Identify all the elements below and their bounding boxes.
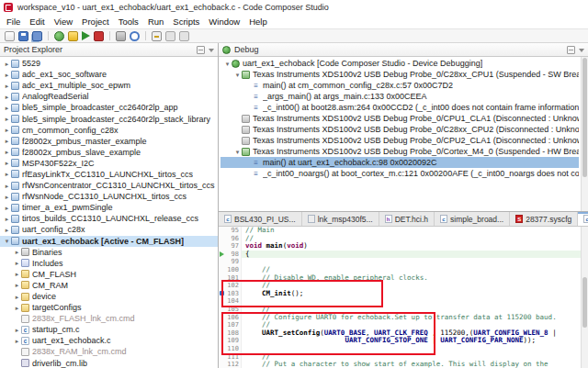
expander-icon[interactable]: ▸ [3,126,11,134]
run-icon[interactable] [82,31,90,40]
expander-icon[interactable]: ▸ [3,71,11,79]
expander-icon[interactable]: ▸ [3,115,11,123]
expander-icon[interactable]: ▸ [13,281,21,289]
debug-icon[interactable] [54,31,64,41]
gutter-ruler[interactable] [219,258,226,266]
expander-icon[interactable]: ▸ [13,326,21,334]
gutter-ruler[interactable] [219,353,226,362]
line-number[interactable]: 95 [226,227,242,235]
line-number[interactable]: 98 [226,251,242,259]
project-driverlib-cm-lib[interactable]: driverlib_cm.lib [0,358,218,368]
project-targetconfigs[interactable]: ▸targetConfigs [0,302,218,313]
expander-icon[interactable]: ▸ [13,304,21,312]
stop-icon[interactable] [94,31,104,41]
debug-node-c-int00-at-boot28-asm-264-0x00ccd2-c-int00-does-[interactable]: ≡_c_int00() at boot28.asm:264 0x00CCD2 (… [220,102,579,113]
project-rfwsnnode-cc1310-launchxl-tirtos-ccs[interactable]: ▸rfWsnNode_CC1310_LAUNCHXL_tirtos_ccs [0,191,218,202]
gutter-ruler[interactable] [219,227,226,235]
tab-simple-broad[interactable]: csimple_broad... [435,212,510,226]
project-2838x-flash-lnk-cm-cmd[interactable]: 2838x_FLASH_lnk_cm.cmd [0,313,218,324]
gutter-ruler[interactable] [219,251,226,259]
line-number[interactable]: 99 [226,258,242,266]
project-cm-ram[interactable]: ▸CM_RAM [0,280,218,291]
project-adc-ex1-multiple-soc-epwm[interactable]: ▸adc_ex1_multiple_soc_epwm [0,80,218,91]
debug-node-texas-instruments-xds100v2-usb-debug-probe-0-c28[interactable]: Texas Instruments XDS100v2 USB Debug Pro… [220,124,579,135]
expander-icon[interactable]: ▾ [233,148,242,156]
line-number[interactable]: 104 [226,297,242,306]
menu-help[interactable]: Help [244,17,272,27]
gutter-ruler[interactable] [219,282,226,290]
menu-run[interactable]: Run [143,17,168,27]
gutter-ruler[interactable] [219,266,226,274]
project-rfeasylinktx-cc1310-launchxl-tirtos-ccs[interactable]: ▸rfEasyLinkTx_CC1310_LAUNCHXL_tirtos_ccs [0,169,218,180]
breakpoint-marker-icon[interactable] [220,291,224,296]
debug-minimize-icon[interactable] [567,46,575,54]
misc-icon[interactable] [179,31,189,41]
debug-node-texas-instruments-xds100v2-usb-debug-probe-0-c28[interactable]: ▾Texas Instruments XDS100v2 USB Debug Pr… [220,69,579,80]
debug-node-texas-instruments-xds100v2-usb-debug-probe-0-cpu[interactable]: Texas Instruments XDS100v2 USB Debug Pro… [220,113,579,124]
debug-scrollbar-thumb[interactable] [582,58,587,177]
gutter-ruler[interactable] [219,345,226,353]
tab-28377-syscfg[interactable]: S28377.syscfg [510,212,578,226]
debug-node-main-at-cm-common-config-c28x-c-57-0x00c7d2[interactable]: ≡main() at cm_common_config_c28x.c:57 0x… [220,80,579,91]
search-icon[interactable] [130,31,140,41]
code-text[interactable]: // Configure UART0 for echoback.Set up t… [242,314,557,322]
flash-icon[interactable] [68,31,78,41]
editor-scrollbar[interactable] [581,227,588,368]
line-number[interactable]: 112 [226,361,242,368]
line-number[interactable]: 107 [226,321,242,329]
misc-icon[interactable] [165,31,175,41]
project-2838x-ram-lnk-cm-cmd[interactable]: 2838x_RAM_lnk_cm.cmd [0,346,218,357]
expander-icon[interactable]: ▸ [3,226,11,234]
project-rfwsnconcentrator-cc1310-launchxl-tirtos-ccs[interactable]: ▸rfWsnConcentrator_CC1310_LAUNCHXL_tirto… [0,180,218,191]
project-ble5-simple-broadcaster-cc2640r2lp-app[interactable]: ▸ble5_simple_broadcaster_cc2640r2lp_app [0,102,218,113]
expander-icon[interactable]: ▸ [3,148,11,156]
debug-node-uart-ex1-echoback-code-composer-studio-device-de[interactable]: ▾uart_ex1_echoback [Code Composer Studio… [220,58,579,69]
gutter-ruler[interactable] [219,290,226,298]
debug-node-main-at-uart-ex1-echoback-c-98-0x0020092c[interactable]: ≡main() at uart_ex1_echoback.c:98 0x0020… [220,157,579,168]
project-f28002x-pmbus-master-example[interactable]: ▸f28002x_pmbus_master_example [0,136,218,147]
line-number[interactable]: 106 [226,314,242,322]
expander-icon[interactable]: ▸ [3,215,11,223]
gutter-ruler[interactable] [219,314,226,322]
expander-icon[interactable]: ▸ [3,170,11,178]
code-text[interactable]: // Put a character to show start of exam… [242,361,548,368]
project-uart-config-c28x[interactable]: ▸uart_config_c28x [0,224,218,235]
menu-edit[interactable]: Edit [25,17,49,27]
gutter-ruler[interactable] [219,235,226,243]
line-number[interactable]: 101 [226,274,242,283]
line-number[interactable]: 109 [226,337,242,345]
gutter-ruler[interactable] [219,274,226,283]
editor-scrollbar-thumb[interactable] [582,277,587,328]
tab-det-hci-h[interactable]: hDET.hci.h [379,212,435,226]
project-uart-ex1-echoback-active-cm-flash[interactable]: ▾uart_ex1_echoback [Active - CM_FLASH] [0,236,218,247]
expander-icon[interactable]: ▾ [223,60,232,68]
expander-icon[interactable]: ▸ [3,204,11,212]
expander-icon[interactable]: ▸ [3,60,11,68]
menu-scripts[interactable]: Scripts [168,17,204,27]
tab-bsl430-pi-us[interactable]: cBSL430_PI_US... [219,212,302,226]
menu-tools[interactable]: Tools [114,17,143,27]
gutter-ruler[interactable] [219,306,226,314]
line-number[interactable]: 105 [226,306,242,314]
line-number[interactable]: 103 [226,290,242,298]
project-5529[interactable]: ▸5529 [0,58,218,69]
project-analogreadserial[interactable]: ▸AnalogReadSerial [0,91,218,102]
gutter-ruler[interactable] [219,361,226,368]
project-startup-cm-c[interactable]: ▸cstartup_cm.c [0,324,218,335]
line-number[interactable]: 100 [226,266,242,274]
project-cm-common-config-c28x[interactable]: ▸cm_common_config_c28x [0,125,218,136]
project-cm-flash[interactable]: ▸CM_FLASH [0,269,218,280]
gutter-ruler[interactable] [219,329,226,338]
code-text[interactable]: CM_init(); [242,290,303,298]
project-timer-a-ex1-pwmsingle[interactable]: ▸timer_a_ex1_pwmSingle [0,202,218,213]
project-f28002x-pmbus-slave-example[interactable]: ▸f28002x_pmbus_slave_example [0,147,218,158]
code-text[interactable]: void main(void) [242,242,308,251]
new-icon[interactable] [5,31,15,41]
expander-icon[interactable]: ▸ [13,293,21,301]
project-adc-ex1-soc-software[interactable]: ▸adc_ex1_soc_software [0,69,218,80]
expander-icon[interactable]: ▸ [3,137,11,145]
line-number[interactable]: 102 [226,282,242,290]
menu-window[interactable]: Window [204,17,244,27]
project-ble5-simple-broadcaster-cc2640r2lp-stack-library[interactable]: ▸ble5_simple_broadcaster_cc2640r2lp_stac… [0,113,218,124]
expander-icon[interactable]: ▸ [3,82,11,90]
